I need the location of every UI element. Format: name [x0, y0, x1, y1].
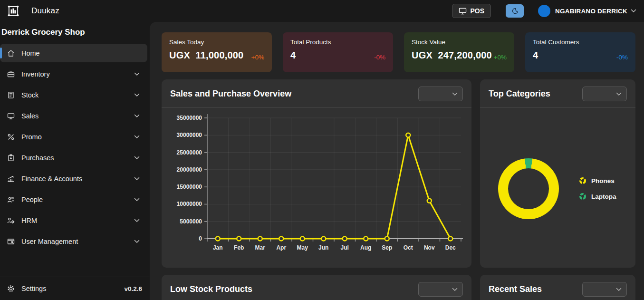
home-icon — [7, 49, 15, 58]
chevron-down-icon — [134, 114, 140, 118]
stat-delta: +0% — [251, 54, 264, 61]
settings-label: Settings — [21, 285, 124, 292]
period-select[interactable] — [418, 87, 463, 101]
settings-button[interactable]: Settings v0.2.6 — [0, 277, 150, 300]
monitor-icon — [459, 8, 467, 15]
stat-delta: +0% — [494, 54, 507, 61]
clipboard-icon — [7, 154, 15, 162]
sidebar-item-label: Promo — [21, 133, 134, 141]
svg-text:20000000: 20000000 — [177, 166, 202, 173]
sidebar-item-people[interactable]: People — [0, 190, 147, 209]
sidebar-footer: Settings v0.2.6 — [0, 277, 150, 300]
sidebar-item-hrm[interactable]: HRM — [0, 211, 147, 230]
low-stock-select[interactable] — [418, 282, 463, 297]
sidebar-nav: Home Inventory Stock — [0, 44, 150, 251]
stat-card-stock-value: Stock Value UGX 247,200,000 +0% — [404, 32, 514, 72]
card-title: Low Stock Products — [170, 284, 252, 294]
card-title: Sales and Purchase Overview — [170, 89, 291, 99]
sidebar-item-purchases[interactable]: Purchases — [0, 148, 147, 167]
chevron-down-icon — [134, 156, 140, 160]
ring-icon — [579, 193, 586, 200]
chevron-down-icon — [134, 72, 140, 76]
sidebar-item-home[interactable]: Home — [0, 44, 147, 62]
chevron-down-icon — [134, 198, 140, 202]
chevron-down-icon — [134, 219, 140, 223]
stat-label: Stock Value — [412, 39, 507, 46]
briefcase-icon — [7, 70, 15, 78]
sidebar-item-label: HRM — [21, 217, 134, 224]
svg-text:25000000: 25000000 — [177, 149, 202, 156]
chevron-down-icon[interactable] — [631, 9, 636, 13]
svg-text:Nov: Nov — [424, 244, 435, 251]
sidebar-item-sales[interactable]: Sales — [0, 106, 147, 125]
svg-text:Mar: Mar — [255, 244, 266, 251]
sidebar-item-label: Inventory — [21, 70, 134, 78]
chevron-down-icon — [134, 240, 140, 243]
svg-text:Dec: Dec — [445, 244, 456, 251]
legend-label: Laptopa — [591, 193, 616, 200]
dark-mode-toggle[interactable] — [506, 4, 524, 18]
card-title: Top Categories — [489, 89, 550, 99]
duukaz-logo-icon — [7, 4, 20, 18]
chevron-down-icon — [616, 92, 622, 96]
pos-button[interactable]: POS — [452, 4, 491, 18]
shop-name: Derrick Grocery Shop — [0, 22, 150, 44]
sidebar-item-inventory[interactable]: Inventory — [0, 65, 147, 83]
sidebar-item-finance-accounts[interactable]: Finance & Accounts — [0, 169, 147, 188]
svg-text:Jun: Jun — [318, 244, 328, 251]
user-name[interactable]: NGABIRANO DERRICK — [555, 8, 627, 15]
gear-icon — [7, 284, 15, 293]
stat-value: UGX 11,000,000 — [169, 50, 243, 61]
user-card-icon — [7, 237, 15, 246]
chevron-down-icon — [134, 177, 140, 181]
people-icon — [7, 195, 15, 204]
main-content: Sales Today UGX 11,000,000 +0% Total Pro… — [150, 22, 644, 300]
user-avatar[interactable] — [538, 5, 550, 17]
charts-row: Sales and Purchase Overview 050000001000… — [162, 79, 635, 268]
svg-text:15000000: 15000000 — [177, 184, 202, 190]
sidebar-item-user-management[interactable]: User Management — [0, 232, 147, 251]
svg-text:Sep: Sep — [382, 244, 392, 251]
top-categories-donut — [498, 158, 559, 219]
svg-text:Jan: Jan — [213, 244, 223, 251]
svg-text:May: May — [297, 244, 308, 251]
donut-hole — [508, 168, 549, 209]
topbar: Duukaz POS NGABIRANO DERRICK — [0, 0, 644, 22]
stat-label: Total Products — [290, 39, 385, 46]
moon-icon — [511, 7, 519, 15]
donut-legend: Phones Laptopa — [579, 177, 616, 200]
sidebar-item-stock[interactable]: Stock — [0, 86, 147, 104]
svg-text:10000000: 10000000 — [177, 201, 202, 207]
sidebar: Derrick Grocery Shop Home Inventory — [0, 22, 150, 300]
tables-row: Low Stock Products Recent Sales — [162, 275, 635, 300]
sidebar-item-label: People — [21, 196, 134, 203]
card-title: Recent Sales — [489, 284, 542, 294]
svg-text:Oct: Oct — [404, 244, 413, 251]
app-version: v0.2.6 — [124, 285, 142, 292]
svg-text:5000000: 5000000 — [180, 218, 202, 225]
chevron-down-icon — [616, 288, 622, 291]
stat-delta: -0% — [616, 54, 628, 61]
brand-name: Duukaz — [31, 6, 59, 16]
recent-sales-select[interactable] — [582, 282, 627, 297]
svg-text:Jul: Jul — [341, 244, 349, 251]
top-categories-card: Top Categories Phones — [480, 79, 635, 268]
category-select[interactable] — [582, 87, 627, 101]
svg-text:Apr: Apr — [276, 244, 286, 251]
svg-text:35000000: 35000000 — [177, 115, 202, 121]
legend-item-phones: Phones — [579, 177, 616, 184]
stat-card-total-customers: Total Customers 4 -0% — [525, 32, 635, 72]
chevron-down-icon — [452, 288, 458, 291]
low-stock-card: Low Stock Products — [162, 275, 471, 300]
stat-value: 4 — [533, 50, 538, 61]
svg-text:Feb: Feb — [234, 244, 244, 251]
stat-label: Sales Today — [169, 39, 264, 46]
sidebar-item-label: User Management — [21, 238, 134, 245]
sidebar-item-label: Finance & Accounts — [21, 175, 134, 183]
stat-card-total-products: Total Products 4 -0% — [283, 32, 393, 72]
sidebar-item-promo[interactable]: Promo — [0, 127, 147, 146]
chevron-down-icon — [452, 92, 458, 96]
stats-row: Sales Today UGX 11,000,000 +0% Total Pro… — [162, 32, 635, 72]
svg-text:30000000: 30000000 — [177, 132, 202, 138]
sales-purchase-card: Sales and Purchase Overview 050000001000… — [162, 79, 471, 268]
